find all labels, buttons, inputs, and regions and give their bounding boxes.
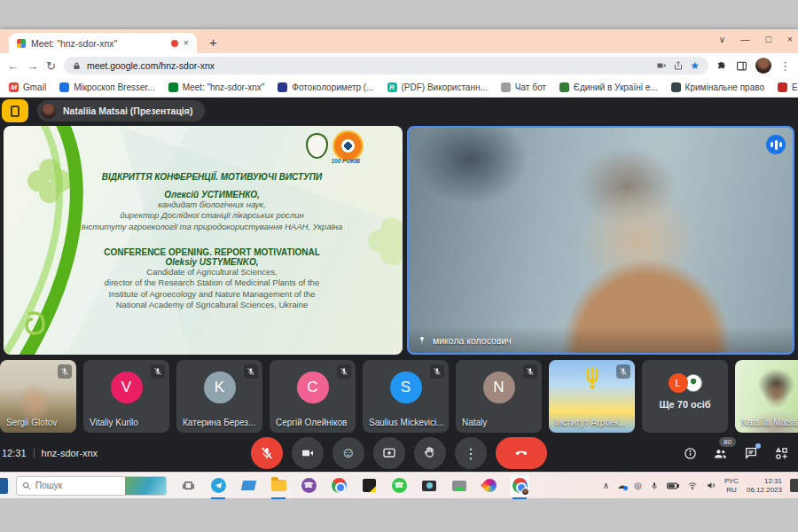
more-participants-tile[interactable]: L Ще 70 осіб [642, 360, 728, 433]
back-icon[interactable]: ← [7, 60, 19, 72]
chrome-icon [332, 478, 347, 493]
participant-avatar: K [204, 372, 236, 403]
bookmark-pdf[interactable]: R (PDF) Використанн... [387, 82, 488, 92]
speaker-icon[interactable] [706, 481, 716, 490]
taskbar-photo-app[interactable] [359, 475, 379, 497]
bookmark-yedynyi[interactable]: Єдиний в Україні е... [559, 82, 658, 92]
participant-tile[interactable]: Інститут Агроек... [549, 360, 635, 433]
meeting-room-button[interactable] [2, 99, 28, 122]
door-icon [11, 106, 20, 117]
tray-chevron-icon[interactable]: ∧ [603, 481, 609, 490]
slide-line: director of the Research Station of Medi… [28, 278, 395, 288]
window-close-button[interactable]: × [787, 34, 793, 44]
more-options-button[interactable]: ⋮ [455, 437, 487, 469]
slide-speaker-uk: Олексій УСТИМЕНКО, [28, 190, 395, 200]
share-icon[interactable] [673, 60, 684, 71]
tray-time: 12:31 [764, 477, 782, 486]
reactions-button[interactable]: ☺ [332, 437, 364, 469]
taskbar-whatsapp[interactable]: ☎ [389, 475, 409, 497]
tray-status-icon[interactable]: ◎ [634, 481, 642, 490]
activities-button[interactable] [774, 446, 789, 461]
present-button[interactable] [373, 437, 405, 469]
camera-button[interactable] [292, 437, 324, 469]
people-icon [713, 446, 728, 461]
window-minimize-button[interactable]: — [740, 34, 750, 44]
viber-icon: ☎ [301, 478, 317, 493]
taskbar-camera-app[interactable] [419, 475, 439, 497]
participant-tile[interactable]: K Катерина Берез... [176, 360, 262, 433]
browser-toolbar: ← → ↻ meet.google.com/hnz-sdor-xnx [0, 53, 798, 78]
taskbar-viber[interactable]: ☎ [299, 475, 318, 497]
taskbar-search[interactable] [16, 476, 167, 496]
participants-button[interactable]: 80 [713, 446, 728, 461]
bookmarks-bar: M Gmail Мікроскоп Bresser... Meet: "hnz-… [0, 78, 798, 98]
bookmark-icon [559, 82, 569, 92]
taskbar-printer-app[interactable] [450, 475, 469, 497]
slide-speaker-en: Oleksiy USTYMENKO, [28, 257, 395, 267]
start-button[interactable] [0, 478, 8, 494]
battery-icon[interactable] [667, 481, 679, 490]
tray-mic-icon[interactable] [650, 481, 659, 491]
bookmark-icon [501, 82, 511, 92]
bookmark-criminal-law[interactable]: Кримінальне право [671, 82, 764, 92]
participant-tile[interactable]: N Nataly [456, 360, 542, 433]
new-tab-button[interactable]: + [209, 35, 217, 49]
presenter-pill[interactable]: Nataliia Matsai (Презентація) [37, 100, 205, 121]
taskbar-paint3d[interactable] [480, 475, 499, 497]
onedrive-icon[interactable]: ☁ [617, 481, 626, 490]
taskbar-telegram[interactable] [208, 475, 228, 497]
window-maximize-button[interactable]: □ [766, 34, 771, 44]
taskbar-chrome-active[interactable] [510, 475, 529, 497]
browser-tab-meet[interactable]: Meet: "hnz-sdor-xnx" × [9, 33, 197, 53]
tab-close-button[interactable]: × [184, 38, 189, 48]
task-view-button[interactable] [178, 475, 198, 497]
bookmark-microscope[interactable]: Мікроскоп Bresser... [59, 82, 155, 92]
activities-shapes-icon [774, 446, 789, 461]
bookmark-ecology[interactable]: Екологічні наслідк... [778, 82, 798, 92]
raise-hand-button[interactable] [414, 437, 446, 469]
taskbar-clock[interactable]: 12:31 06.12.2023 [747, 477, 782, 494]
url-text: meet.google.com/hnz-sdor-xnx [87, 60, 650, 71]
participant-tile[interactable]: V Vitaliy Kurilo [83, 360, 169, 433]
presentation-tile[interactable]: 100 РОКІВ ВІДКРИТТЯ КОНФЕРЕНЦІЇ. МОТИВУЮ… [4, 126, 403, 355]
network-icon[interactable] [687, 481, 698, 490]
mic-off-icon [244, 364, 258, 379]
tray-date: 06.12.2023 [747, 486, 782, 495]
bookmark-gmail[interactable]: M Gmail [9, 82, 46, 92]
participant-tile[interactable]: Sergii Glotov [0, 360, 76, 433]
participant-tile[interactable]: Nataliia Matsai [735, 360, 798, 433]
side-panel-icon[interactable] [736, 60, 747, 72]
tab-search-chevron-icon[interactable]: ∨ [719, 35, 725, 44]
chat-button[interactable] [744, 446, 758, 460]
task-view-icon [182, 479, 195, 492]
reload-icon[interactable]: ↻ [46, 60, 56, 72]
bookmark-star-icon[interactable]: ★ [690, 60, 700, 71]
anniversary-gear-logo-icon [334, 132, 362, 160]
bookmark-photocolorimeter[interactable]: Фотоколориметр (... [278, 82, 373, 92]
end-call-icon [513, 445, 529, 461]
taskbar-file-explorer[interactable] [269, 475, 288, 497]
end-call-button[interactable] [496, 437, 547, 469]
address-bar[interactable]: meet.google.com/hnz-sdor-xnx ★ [64, 57, 708, 74]
browser-profile-avatar[interactable] [755, 58, 771, 74]
taskbar-screen-app[interactable] [239, 475, 258, 497]
notification-center-icon[interactable] [790, 479, 798, 492]
bookmark-chatbot[interactable]: Чат бот [501, 82, 546, 92]
mic-mute-button[interactable] [251, 437, 283, 469]
tab-media-camera-icon[interactable] [656, 60, 667, 71]
forward-icon[interactable]: → [27, 60, 38, 72]
browser-menu-icon[interactable]: ⋮ [779, 60, 791, 72]
tab-title: Meet: "hnz-sdor-xnx" [31, 38, 166, 49]
participant-tile[interactable]: S Saulius Mickevici... [363, 360, 449, 433]
language-indicator[interactable]: РУС RU [724, 477, 739, 494]
screen-app-icon [240, 481, 255, 490]
taskbar-chrome[interactable] [329, 475, 348, 497]
meeting-details-button[interactable] [684, 447, 697, 460]
participant-name: Sergii Glotov [6, 418, 57, 427]
participant-tile[interactable]: C Сергій Олейніков [270, 360, 356, 433]
bookmark-meet[interactable]: Meet: "hnz-sdor-xnx" [168, 82, 265, 92]
search-input[interactable] [35, 481, 117, 490]
extensions-icon[interactable] [716, 60, 728, 72]
system-tray: ∧ ☁ ◎ РУС RU 12:31 06.12.2023 [603, 477, 798, 494]
pinned-speaker-video[interactable]: микола колосович [407, 126, 794, 355]
